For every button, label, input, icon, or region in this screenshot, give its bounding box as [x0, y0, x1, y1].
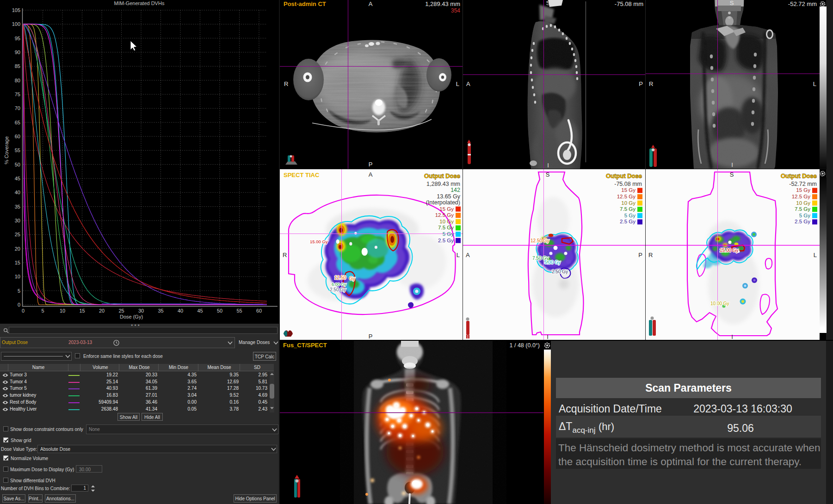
- svg-text:2.50 Gy: 2.50 Gy: [330, 287, 346, 292]
- svg-text:P: P: [369, 333, 373, 340]
- svg-text:12.50: 12.50: [334, 275, 346, 280]
- svg-text:12.5 Gy: 12.5 Gy: [617, 194, 636, 199]
- svg-text:45: 45: [197, 308, 203, 313]
- svg-text:S: S: [730, 171, 734, 178]
- svg-text:10.00 Gy: 10.00 Gy: [710, 301, 729, 306]
- svg-text:95: 95: [15, 36, 20, 41]
- svg-text:30: 30: [138, 308, 144, 313]
- svg-text:-52.72 mm: -52.72 mm: [789, 181, 817, 187]
- svg-text:I: I: [547, 333, 549, 340]
- svg-text:80: 80: [15, 78, 20, 83]
- svg-text:12.50 Gy: 12.50 Gy: [531, 238, 549, 243]
- svg-text:0: 0: [18, 302, 20, 307]
- svg-text:0: 0: [22, 308, 25, 313]
- svg-text:R: R: [649, 80, 653, 87]
- svg-text:25: 25: [15, 232, 20, 237]
- svg-text:90: 90: [15, 49, 20, 55]
- svg-text:L: L: [813, 80, 816, 87]
- svg-text:R: R: [648, 252, 653, 258]
- svg-text:L: L: [457, 252, 460, 258]
- svg-text:15 Gy: 15 Gy: [621, 187, 636, 193]
- svg-text:20: 20: [99, 308, 105, 313]
- svg-text:7.5 Gy: 7.5 Gy: [620, 206, 636, 212]
- svg-text:L: L: [456, 80, 459, 87]
- svg-text:55: 55: [15, 148, 20, 153]
- svg-text:142: 142: [450, 187, 460, 193]
- svg-text:1 / 48 (0.0°): 1 / 48 (0.0°): [510, 342, 540, 349]
- svg-text:85: 85: [15, 63, 20, 69]
- svg-text:15.00 Gy: 15.00 Gy: [310, 239, 328, 244]
- svg-text:P: P: [639, 80, 643, 87]
- svg-text:25: 25: [118, 308, 124, 313]
- svg-text:10 Gy: 10 Gy: [439, 219, 454, 224]
- svg-text:(Interpolated): (Interpolated): [426, 199, 460, 206]
- svg-text:% Coverage: % Coverage: [4, 136, 9, 165]
- svg-text:50: 50: [217, 308, 222, 313]
- svg-text:5: 5: [18, 288, 20, 294]
- svg-text:5.00 Gy: 5.00 Gy: [544, 260, 561, 265]
- svg-text:60: 60: [256, 308, 262, 313]
- svg-text:P: P: [369, 161, 373, 168]
- svg-text:5 Gy: 5 Gy: [443, 231, 454, 237]
- svg-text:70: 70: [15, 105, 20, 111]
- svg-text:40: 40: [178, 308, 183, 313]
- svg-text:A: A: [369, 0, 373, 7]
- svg-text:-75.08 mm: -75.08 mm: [614, 181, 642, 187]
- svg-text:20: 20: [15, 246, 20, 252]
- svg-text:Post-admin CT: Post-admin CT: [284, 0, 326, 7]
- svg-text:15 Gy: 15 Gy: [796, 187, 810, 193]
- svg-text:35: 35: [158, 308, 163, 313]
- svg-text:50: 50: [15, 162, 20, 167]
- svg-text:75: 75: [15, 92, 20, 97]
- svg-text:R: R: [283, 252, 287, 258]
- svg-text:65: 65: [15, 120, 20, 125]
- svg-text:A: A: [369, 171, 373, 178]
- svg-text:I: I: [731, 161, 733, 168]
- svg-text:I: I: [547, 162, 549, 169]
- svg-text:12.5 Gy: 12.5 Gy: [792, 194, 811, 199]
- svg-text:15 Gy: 15 Gy: [439, 206, 454, 212]
- svg-text:40: 40: [15, 190, 20, 195]
- svg-text:10: 10: [60, 308, 65, 313]
- svg-text:10 Gy: 10 Gy: [621, 200, 636, 206]
- svg-text:7.5 Gy: 7.5 Gy: [438, 225, 454, 230]
- svg-text:P: P: [638, 252, 642, 258]
- svg-text:10 Gy: 10 Gy: [796, 200, 810, 206]
- svg-text:MIM-Generated DVHs: MIM-Generated DVHs: [114, 0, 165, 6]
- svg-text:354: 354: [451, 7, 460, 14]
- svg-text:Output Dose: Output Dose: [424, 172, 460, 179]
- svg-text:S: S: [546, 171, 550, 178]
- svg-text:A: A: [466, 80, 470, 87]
- svg-text:10: 10: [15, 274, 20, 279]
- svg-text:15: 15: [79, 308, 85, 313]
- svg-text:105: 105: [12, 7, 20, 13]
- svg-text:35: 35: [15, 204, 20, 209]
- svg-text:12.5 Gy: 12.5 Gy: [435, 212, 454, 218]
- svg-text:-52.72 mm: -52.72 mm: [788, 0, 817, 7]
- svg-text:-75.08 mm: -75.08 mm: [615, 0, 643, 7]
- svg-text:R: R: [284, 80, 288, 87]
- svg-text:S: S: [546, 0, 550, 6]
- svg-text:30: 30: [15, 218, 20, 223]
- svg-text:60: 60: [15, 134, 20, 139]
- svg-text:15: 15: [15, 260, 20, 265]
- svg-text:5 Gy: 5 Gy: [799, 213, 811, 218]
- svg-text:L: L: [814, 252, 817, 258]
- svg-text:Dose (Gy): Dose (Gy): [120, 314, 143, 320]
- svg-text:2.5 Gy: 2.5 Gy: [438, 238, 454, 243]
- svg-text:2.5 Gy: 2.5 Gy: [620, 219, 636, 224]
- svg-text:5 Gy: 5 Gy: [624, 213, 636, 218]
- svg-text:SPECT TIAC: SPECT TIAC: [284, 172, 320, 178]
- svg-text:Fus_CT/SPECT: Fus_CT/SPECT: [283, 342, 327, 349]
- svg-text:45: 45: [15, 176, 20, 181]
- svg-text:7.5 Gy: 7.5 Gy: [795, 206, 810, 212]
- svg-text:15.00 Gy: 15.00 Gy: [720, 248, 739, 253]
- svg-text:S: S: [730, 0, 734, 6]
- svg-text:100: 100: [12, 21, 20, 27]
- svg-text:Gy: Gy: [349, 276, 355, 281]
- svg-text:55: 55: [236, 308, 242, 313]
- svg-text:I: I: [731, 333, 733, 340]
- svg-text:5: 5: [41, 308, 44, 313]
- svg-text:1,289.43 mm: 1,289.43 mm: [426, 181, 460, 187]
- svg-text:2.50 Gy: 2.50 Gy: [552, 269, 568, 274]
